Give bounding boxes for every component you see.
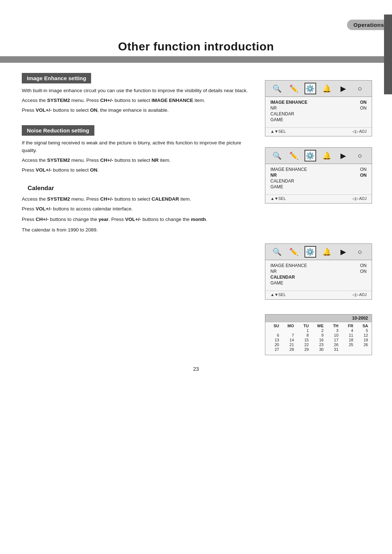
menu-label-cal3: CALENDAR [270,275,295,280]
calendar-p4: Press CH+/- buttons to change the year. … [22,216,254,223]
content-area: Image Enhance setting With built-in imag… [0,73,392,355]
menu-footer-sel-1: ▲▼SEL [270,129,286,134]
menu-row-calendar-1: CALENDAR [270,111,367,116]
menu-label-ie2: IMAGE ENHANCE [270,167,307,172]
menu-icon-edit-2: ✏️ [288,150,299,161]
menu-icon-edit-3: ✏️ [288,246,299,258]
page-title: Other function introduction [0,40,392,53]
cal-week-4: 20 21 22 23 26 25 26 [269,342,368,347]
menu-label-game1: GAME [270,117,283,122]
cal-day-mo: MO [284,324,294,328]
image-enhance-section: Image Enhance setting With built-in imag… [22,73,254,114]
menu-icon-bell-2: 🔔 [321,150,332,161]
calendar-p5: The calendar is from 1990 to 2089. [22,226,254,234]
menu-body-1: IMAGE ENHANCE ON NR ON CALENDAR GAME [265,97,372,126]
image-enhance-heading: Image Enhance setting [22,73,91,83]
right-bar [384,15,392,94]
menu-row-nr-2: NR ON [270,173,367,178]
menu-body-2: IMAGE ENHANCE ON NR ON CALENDAR GAME [265,164,372,193]
cal-day-th: TH [328,324,338,328]
menu-label-game2: GAME [270,184,283,189]
image-enhance-p2: Access the SYSTEM2 menu. Press CH+/- but… [22,97,254,104]
menu-icon-gear-3: ⚙️ [305,246,316,258]
cal-day-sa: SA [358,324,368,328]
right-column: 🔍 ✏️ ⚙️ 🔔 ▶ ○ IMAGE ENHANCE ON NR ON CAL… [265,73,377,355]
menu-icon-search-3: 🔍 [271,246,283,258]
menu-icon-arrow-3: ▶ [338,246,349,258]
calendar-heading: Calendar [28,185,254,192]
image-enhance-menu-panel: 🔍 ✏️ ⚙️ 🔔 ▶ ○ IMAGE ENHANCE ON NR ON CAL… [265,80,372,136]
menu-icon-search-2: 🔍 [271,150,283,161]
menu-label-nr3: NR [270,269,277,274]
calendar-body: SU MO TU WE TH FR SA 1 2 3 4 5 [265,322,372,355]
menu-footer-2: ▲▼SEL ◁▷ ADJ [265,194,372,203]
menu-row-game-2: GAME [270,184,367,189]
menu-footer-1: ▲▼SEL ◁▷ ADJ [265,127,372,136]
calendar-p1: Access the SYSTEM2 menu. Press CH+/- but… [22,196,254,203]
cal-day-we: WE [313,324,323,328]
menu-row-nr-1: NR ON [270,106,367,111]
menu-value-nr2: ON [360,173,367,178]
cal-week-1: 1 2 3 4 5 [269,328,368,333]
cal-week-2: 6 7 8 9 10 11 12 [269,333,368,337]
menu-value-nr3: ON [360,269,367,274]
spacer-calendar [265,211,377,240]
menu-label-nr1: NR [270,106,277,111]
menu-body-3: IMAGE ENHANCE ON NR ON CALENDAR GAME [265,260,372,289]
menu-row-game-3: GAME [270,280,367,286]
menu-label-game3: GAME [270,280,283,286]
image-enhance-p3: Press VOL+/- buttons to select ON, the i… [22,107,254,114]
menu-footer-sel-2: ▲▼SEL [270,196,286,201]
menu-icon-arrow-2: ▶ [338,150,349,161]
menu-icon-circle: ○ [354,83,366,94]
menu-row-game-1: GAME [270,117,367,122]
menu-icon-bell: 🔔 [321,83,332,94]
menu-row-ie-2: IMAGE ENHANCE ON [270,167,367,172]
menu-icons-row-2: 🔍 ✏️ ⚙️ 🔔 ▶ ○ [265,148,372,164]
noise-reduction-section: Noise Reduction setting If the signal be… [22,125,254,174]
menu-icon-arrow: ▶ [338,83,349,94]
menu-value-ie: ON [360,100,367,105]
menu-icon-circle-3: ○ [354,246,366,258]
calendar-month-year: 10-2002 [265,315,372,322]
page-number: 23 [0,366,392,379]
noise-reduction-p2: Access the SYSTEM2 menu. Press CH+/- but… [22,157,254,164]
cal-header-row: SU MO TU WE TH FR SA [269,324,368,328]
menu-label-nr2: NR [270,173,277,178]
noise-reduction-p3: Press VOL+/- buttons to select ON. [22,167,254,174]
menu-row-image-enhance: IMAGE ENHANCE ON [270,100,367,105]
menu-value-nr1: ON [360,106,367,111]
menu-footer-adj-3: ◁▷ ADJ [352,292,367,297]
menu-value-ie2: ON [360,167,367,172]
menu-label-ie3: IMAGE ENHANCE [270,263,307,268]
menu-label-ie: IMAGE ENHANCE [270,100,307,105]
menu-icons-row-1: 🔍 ✏️ ⚙️ 🔔 ▶ ○ [265,81,372,97]
cal-week-3: 13 14 15 16 17 18 19 [269,338,368,342]
menu-label-cal1: CALENDAR [270,111,294,116]
title-divider [0,56,392,63]
menu-footer-sel-3: ▲▼SEL [270,292,286,297]
menu-icon-gear-2: ⚙️ [305,150,316,161]
cal-week-5: 27 28 29 30 31 [269,347,368,352]
cal-day-fr: FR [343,324,353,328]
cal-day-tu: TU [299,324,309,328]
noise-reduction-heading: Noise Reduction setting [22,125,94,136]
menu-row-nr-3: NR ON [270,269,367,274]
menu-icon-circle-2: ○ [354,150,366,161]
cal-day-su: SU [269,324,279,328]
menu-footer-adj-2: ◁▷ ADJ [352,196,367,201]
left-column: Image Enhance setting With built-in imag… [22,73,254,355]
menu-label-cal2: CALENDAR [270,178,294,184]
menu-icons-row-3: 🔍 ✏️ ⚙️ 🔔 ▶ ○ [265,244,372,260]
menu-row-ie-3: IMAGE ENHANCE ON [270,263,367,268]
menu-icon-search: 🔍 [271,83,283,94]
image-enhance-p1: With built-in image enhance circuit you … [22,87,254,95]
menu-row-calendar-3: CALENDAR [270,275,367,280]
menu-footer-3: ▲▼SEL ◁▷ ADJ [265,291,372,299]
menu-icon-edit: ✏️ [288,83,299,94]
menu-icon-gear: ⚙️ [305,83,316,94]
calendar-menu-panel: 🔍 ✏️ ⚙️ 🔔 ▶ ○ IMAGE ENHANCE ON NR ON CAL… [265,243,372,300]
calendar-display-panel: 10-2002 SU MO TU WE TH FR SA 1 2 3 [265,314,372,355]
calendar-section: Calendar Access the SYSTEM2 menu. Press … [22,185,254,234]
menu-value-ie3: ON [360,263,367,268]
